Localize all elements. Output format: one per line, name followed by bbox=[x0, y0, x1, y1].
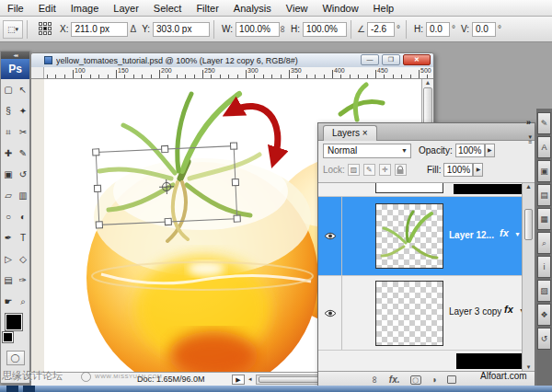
height-scale-input[interactable] bbox=[303, 22, 347, 37]
visibility-toggle[interactable] bbox=[318, 276, 342, 350]
layer-row-partial-top[interactable] bbox=[318, 183, 535, 197]
opacity-value[interactable]: 100% bbox=[455, 144, 485, 157]
new-layer-icon[interactable] bbox=[447, 375, 456, 384]
layer-thumbnail[interactable] bbox=[375, 203, 443, 269]
lock-transparency-icon[interactable]: ▨ bbox=[348, 164, 360, 176]
layers-scrollbar-thumb[interactable] bbox=[524, 209, 533, 240]
panel-menu-icon[interactable]: ▾≡ bbox=[528, 134, 532, 145]
hand-tool[interactable]: ☛ bbox=[1, 291, 16, 312]
histogram-panel-icon[interactable]: ▦ bbox=[537, 208, 551, 230]
maximize-button[interactable]: ❐ bbox=[382, 54, 400, 65]
clone-source-panel-icon[interactable]: ▣ bbox=[537, 160, 551, 182]
layer-fx-badge[interactable]: fx bbox=[504, 304, 513, 315]
background-color-swatch[interactable] bbox=[3, 332, 13, 342]
relative-position-icon[interactable]: Δ bbox=[130, 24, 136, 34]
toolbox-grip[interactable]: ◂◂ bbox=[1, 52, 29, 59]
layer-thumbnail[interactable] bbox=[375, 281, 443, 346]
layer-name[interactable]: Layer 3 copy bbox=[449, 306, 501, 317]
maintain-aspect-ratio-icon[interactable]: ∞ bbox=[278, 26, 289, 33]
menu-filter[interactable]: Filter bbox=[189, 2, 225, 15]
add-layer-style-icon[interactable]: fx. bbox=[389, 375, 400, 385]
history-panel-icon[interactable]: ↺ bbox=[537, 328, 551, 350]
blend-mode-select[interactable]: Normal ▼ bbox=[323, 144, 411, 158]
menu-select[interactable]: Select bbox=[146, 2, 190, 15]
type-tool[interactable]: T bbox=[16, 227, 30, 248]
blur-tool[interactable]: ○ bbox=[1, 206, 16, 227]
add-layer-mask-icon[interactable]: ◯ bbox=[410, 375, 421, 385]
h-skew-input[interactable] bbox=[426, 22, 450, 37]
quick-mask-button[interactable]: ◯ bbox=[6, 351, 25, 365]
menu-view[interactable]: View bbox=[279, 2, 316, 15]
clone-stamp-tool[interactable]: ▣ bbox=[1, 164, 16, 185]
gradient-tool[interactable]: ▥ bbox=[16, 185, 30, 206]
menu-analysis[interactable]: Analysis bbox=[226, 2, 279, 15]
lasso-tool[interactable]: § bbox=[1, 100, 16, 121]
rectangular-marquee-tool[interactable]: ▢ bbox=[1, 79, 16, 100]
width-scale-input[interactable] bbox=[236, 22, 280, 37]
tab-close-icon[interactable]: × bbox=[362, 128, 368, 138]
dodge-tool[interactable]: ◐ bbox=[16, 206, 30, 227]
healing-brush-tool[interactable]: ✚ bbox=[1, 143, 16, 164]
path-selection-tool[interactable]: ▷ bbox=[1, 248, 16, 270]
lock-all-icon[interactable] bbox=[395, 164, 407, 176]
brushes-panel-icon[interactable]: ✎ bbox=[537, 112, 551, 134]
layer-fx-badge[interactable]: fx bbox=[500, 227, 509, 238]
foreground-color-swatch[interactable] bbox=[6, 314, 22, 330]
reference-point-locator[interactable] bbox=[39, 22, 52, 36]
layer-comps-panel-icon[interactable]: ▤ bbox=[537, 184, 551, 206]
lock-paint-icon[interactable]: ✎ bbox=[363, 164, 375, 176]
link-layers-icon[interactable]: ∞ bbox=[370, 376, 381, 384]
vertical-scrollbar-thumb[interactable] bbox=[423, 87, 432, 124]
menu-file[interactable]: File bbox=[0, 2, 31, 15]
taskbar-item[interactable] bbox=[23, 386, 35, 392]
magic-wand-tool[interactable]: ✦ bbox=[16, 100, 30, 121]
visibility-toggle[interactable] bbox=[318, 197, 342, 275]
layers-tab[interactable]: Layers × bbox=[323, 125, 377, 141]
eraser-tool[interactable]: ▱ bbox=[1, 185, 16, 206]
lock-position-icon[interactable]: ✛ bbox=[379, 164, 391, 176]
opacity-slider-button[interactable]: ▶ bbox=[485, 144, 495, 157]
layer-row-partial-bottom[interactable] bbox=[318, 351, 535, 371]
layer-row[interactable]: Layer 3 copy fx ▼ bbox=[318, 276, 535, 351]
styles-panel-icon[interactable]: ❖ bbox=[537, 304, 551, 326]
minimize-button[interactable]: — bbox=[361, 54, 379, 65]
y-position-input[interactable] bbox=[153, 22, 210, 37]
fx-expand-icon[interactable]: ▼ bbox=[514, 231, 521, 237]
pen-tool[interactable]: ✒ bbox=[1, 227, 16, 248]
adjustment-layer-icon[interactable]: ◑ bbox=[431, 375, 437, 385]
menu-edit[interactable]: Edit bbox=[31, 2, 63, 15]
slice-tool[interactable]: ✂ bbox=[16, 121, 30, 143]
fill-value[interactable]: 100% bbox=[443, 163, 473, 177]
zoom-tool[interactable]: ⌕ bbox=[16, 291, 30, 312]
notes-tool[interactable]: ▤ bbox=[1, 270, 16, 291]
move-tool[interactable]: ↖ bbox=[16, 79, 30, 100]
v-skew-input[interactable] bbox=[472, 22, 496, 37]
crop-tool[interactable]: ⌗ bbox=[1, 121, 16, 143]
x-position-input[interactable] bbox=[71, 22, 128, 37]
eyedropper-tool[interactable]: ✑ bbox=[16, 270, 30, 291]
history-brush-tool[interactable]: ↺ bbox=[16, 164, 30, 185]
navigator-panel-icon[interactable]: ⌕ bbox=[537, 232, 551, 254]
character-panel-icon[interactable]: A bbox=[537, 136, 551, 158]
info-panel-icon[interactable]: i bbox=[537, 256, 551, 278]
close-button[interactable]: ✕ bbox=[403, 54, 431, 65]
menu-window[interactable]: Window bbox=[315, 2, 365, 15]
shape-tool[interactable]: ◇ bbox=[16, 248, 30, 270]
rotation-input[interactable] bbox=[367, 22, 395, 37]
taskbar-item[interactable] bbox=[6, 386, 18, 392]
layer-row-selected[interactable]: Layer 12... fx ▼ bbox=[318, 197, 535, 276]
scroll-left-arrow[interactable]: ◂ bbox=[248, 375, 252, 383]
status-menu-button[interactable]: ▶ bbox=[232, 375, 245, 385]
layer-name[interactable]: Layer 12... bbox=[449, 230, 494, 240]
tool-preset-picker[interactable]: ⬚▾ bbox=[3, 20, 23, 39]
fill-slider-button[interactable]: ▶ bbox=[473, 163, 483, 177]
layers-panel-title-bar[interactable]: Layers × » ▾≡ bbox=[318, 123, 535, 141]
brush-tool[interactable]: ✎ bbox=[16, 143, 30, 164]
menu-image[interactable]: Image bbox=[63, 2, 107, 15]
color-panel-icon[interactable]: ▨ bbox=[537, 280, 551, 302]
menu-help[interactable]: Help bbox=[366, 2, 402, 15]
layers-scrollbar[interactable]: ▲▾ bbox=[522, 183, 535, 371]
collapse-to-icons-icon[interactable]: » bbox=[526, 118, 531, 127]
document-title-bar[interactable]: yellow_tomatoes_tutorial.psd @ 100% (Lay… bbox=[31, 53, 433, 67]
menu-layer[interactable]: Layer bbox=[106, 2, 146, 15]
